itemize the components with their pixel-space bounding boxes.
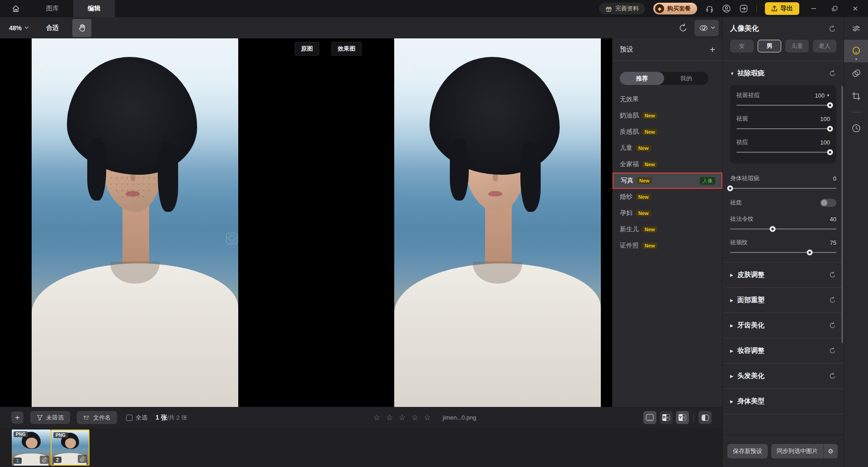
add-preset-button[interactable]: + bbox=[710, 45, 715, 54]
preset-item[interactable]: 全家福New bbox=[613, 156, 722, 173]
strip-divider bbox=[851, 112, 861, 112]
sort-button[interactable]: 文件名 bbox=[77, 411, 117, 424]
adjustments-tool-button[interactable] bbox=[844, 17, 868, 40]
section-hair[interactable]: ▶ 头发美化 bbox=[730, 372, 836, 380]
section-makeup[interactable]: ▶ 妆容调整 bbox=[730, 346, 836, 355]
preset-tab-recommended[interactable]: 推荐 bbox=[620, 72, 664, 85]
slider-knob[interactable] bbox=[827, 149, 833, 155]
fit-button[interactable]: 合适 bbox=[35, 24, 70, 32]
add-image-button[interactable]: + bbox=[11, 411, 24, 424]
zoom-level-dropdown[interactable]: 48% bbox=[0, 24, 35, 32]
restore-icon bbox=[831, 5, 838, 12]
slider-value-dropdown[interactable]: 100▼ bbox=[815, 92, 830, 99]
compare-mode-button[interactable] bbox=[694, 20, 719, 36]
section-teeth[interactable]: ▶ 牙齿美化 bbox=[730, 321, 836, 330]
preset-item[interactable]: 婚纱New bbox=[613, 189, 722, 205]
window-close-button[interactable] bbox=[849, 5, 862, 12]
slider-knob[interactable] bbox=[827, 103, 833, 108]
reset-panel-icon[interactable] bbox=[828, 25, 836, 33]
mole-removal-toggle[interactable] bbox=[820, 199, 836, 207]
sync-settings-button[interactable]: ⚙ bbox=[823, 444, 838, 458]
buy-plan-button[interactable]: ◆ 购买套餐 bbox=[653, 3, 697, 14]
paperclip-icon[interactable] bbox=[78, 455, 87, 463]
logout-button[interactable] bbox=[739, 4, 748, 13]
complete-profile-button[interactable]: 完善资料 bbox=[599, 3, 645, 14]
tab-male[interactable]: 男 bbox=[758, 40, 781, 52]
bottom-toolbar: + 未筛选 文件名 全选 1 张/共 2 张 ☆ ☆ ☆ ☆ ☆ jimen..… bbox=[0, 407, 722, 428]
reset-section-icon[interactable] bbox=[829, 271, 836, 279]
slider-knob[interactable] bbox=[827, 126, 833, 132]
account-button[interactable] bbox=[722, 4, 731, 13]
home-button[interactable] bbox=[0, 0, 32, 17]
portrait-tool-button[interactable] bbox=[844, 40, 868, 62]
slider-track[interactable] bbox=[736, 128, 830, 129]
preset-item[interactable]: 证件照New bbox=[613, 238, 722, 254]
preset-item[interactable]: 奶油肌New bbox=[613, 107, 722, 124]
crop-tool-button[interactable] bbox=[844, 85, 868, 107]
canvas[interactable]: 原图 效果图 bbox=[0, 38, 612, 407]
titlebar: 图库 编辑 完善资料 ◆ 购买套餐 导出 bbox=[0, 0, 868, 17]
new-badge: New bbox=[642, 243, 657, 249]
history-tool-button[interactable] bbox=[844, 117, 868, 140]
section-skin[interactable]: ▶ 皮肤调整 bbox=[730, 271, 836, 279]
slider-knob[interactable] bbox=[770, 226, 776, 232]
paperclip-icon[interactable] bbox=[40, 456, 49, 464]
sync-button[interactable]: 同步到选中图片 bbox=[771, 444, 823, 458]
compare-before-after-button[interactable]: RA bbox=[660, 411, 673, 424]
filter-button[interactable]: 未筛选 bbox=[30, 411, 70, 424]
tab-child[interactable]: 儿童 bbox=[785, 40, 809, 52]
tab-elder[interactable]: 老人 bbox=[813, 40, 836, 52]
tab-edit[interactable]: 编辑 bbox=[73, 0, 115, 17]
section-face-reshape[interactable]: ▶ 面部重塑 bbox=[730, 296, 836, 304]
select-all-control[interactable]: 全选 bbox=[126, 414, 147, 422]
before-after-icon: RA bbox=[662, 414, 670, 421]
section-body[interactable]: ▶ 身体美型 bbox=[730, 397, 836, 406]
slider-track[interactable] bbox=[736, 105, 830, 106]
slider-track[interactable] bbox=[730, 188, 836, 189]
reset-section-icon[interactable] bbox=[829, 372, 836, 380]
hand-tool-button[interactable] bbox=[72, 19, 91, 37]
tab-female[interactable]: 女 bbox=[730, 40, 754, 52]
reset-view-button[interactable] bbox=[676, 21, 690, 35]
compare-side-button[interactable]: YY bbox=[676, 411, 689, 424]
star-rating[interactable]: ☆ ☆ ☆ ☆ ☆ bbox=[373, 413, 433, 422]
support-button[interactable] bbox=[705, 5, 714, 13]
reset-section-icon[interactable] bbox=[829, 322, 836, 329]
thumbnail-1[interactable]: PNG 1 bbox=[12, 430, 51, 466]
preset-item-selected[interactable]: 写真 New 人像 bbox=[613, 173, 722, 189]
preset-item[interactable]: 孕妇New bbox=[613, 205, 722, 221]
app-window: 图库 编辑 完善资料 ◆ 购买套餐 导出 bbox=[0, 0, 868, 467]
tab-gallery[interactable]: 图库 bbox=[32, 0, 73, 17]
window-minimize-button[interactable] bbox=[807, 5, 820, 12]
preset-item[interactable]: 质感肌New bbox=[613, 124, 722, 140]
slider-track[interactable] bbox=[730, 229, 836, 229]
reset-section-icon[interactable] bbox=[829, 70, 836, 77]
preset-item[interactable]: 儿童New bbox=[613, 140, 722, 156]
filmstrip-icon bbox=[646, 414, 654, 421]
save-preset-button[interactable]: 保存新预设 bbox=[727, 444, 768, 458]
slider-acne: 祛痘 100 bbox=[736, 138, 830, 153]
window-restore-button[interactable] bbox=[828, 5, 841, 12]
reset-section-icon[interactable] bbox=[829, 296, 836, 304]
section-blemish-header[interactable]: ▼ 祛除瑕疵 bbox=[730, 69, 836, 78]
filters-tool-button[interactable] bbox=[844, 62, 868, 85]
panel-scrollbar[interactable] bbox=[841, 86, 843, 343]
slider-knob[interactable] bbox=[807, 250, 813, 256]
split-view-button[interactable] bbox=[698, 411, 712, 424]
export-button[interactable]: 导出 bbox=[765, 2, 799, 15]
new-badge: New bbox=[636, 210, 651, 216]
slider-track[interactable] bbox=[730, 252, 836, 253]
slider-track[interactable] bbox=[736, 152, 830, 153]
reset-section-icon[interactable] bbox=[829, 347, 836, 355]
preset-item[interactable]: 无效果 bbox=[613, 91, 722, 107]
split-view-icon bbox=[702, 415, 709, 421]
portrait-tag: 人像 bbox=[700, 177, 715, 185]
triangle-collapsed-icon: ▶ bbox=[730, 298, 737, 303]
format-badge: PNG bbox=[53, 432, 68, 438]
side-compare-icon: YY bbox=[679, 414, 686, 421]
filmstrip-toggle-button[interactable] bbox=[643, 411, 656, 424]
preset-tab-mine[interactable]: 我的 bbox=[664, 72, 708, 85]
thumbnail-2[interactable]: PNG 2 bbox=[51, 430, 90, 466]
preset-item[interactable]: 新生儿New bbox=[613, 221, 722, 238]
slider-knob[interactable] bbox=[727, 186, 733, 191]
